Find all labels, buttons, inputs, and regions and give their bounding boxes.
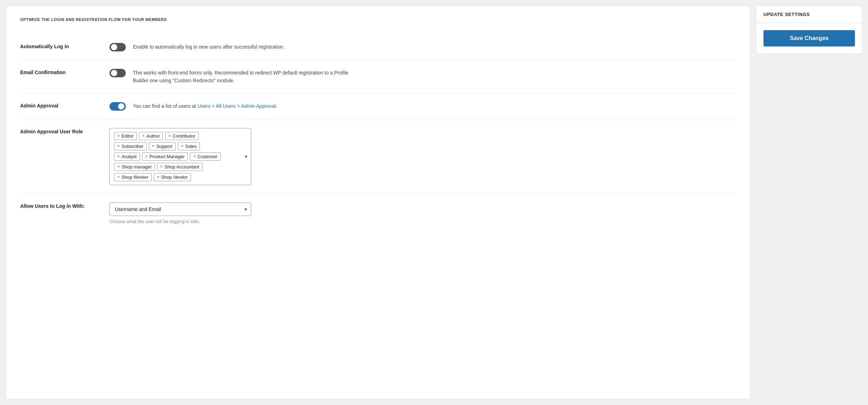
admin-approval-description: You can find a list of users at Users > … — [133, 102, 277, 110]
tag-editor: ×Editor — [114, 132, 137, 140]
email-confirmation-track — [109, 69, 126, 77]
email-confirmation-control: This works with front-end forms only. Re… — [109, 69, 736, 85]
tag-remove-analyst[interactable]: × — [117, 154, 120, 159]
tag-remove-subscriber[interactable]: × — [117, 144, 120, 148]
page-subtitle: OPTIMIZE THE LOGIN AND REGISTRATION FLOW… — [20, 17, 736, 22]
admin-approval-row: Admin Approval You can find a list of us… — [20, 94, 736, 120]
update-settings-title: UPDATE SETTINGS — [763, 12, 855, 17]
auto-login-row: Automatically Log In Enable to automatic… — [20, 34, 736, 60]
tags-box: ×Editor ×Author ×Contributor ×Subscriber… — [109, 128, 251, 185]
tag-remove-shop-accountant[interactable]: × — [160, 165, 163, 169]
tag-shop-vendor: ×Shop Vendor — [154, 173, 191, 181]
tag-remove-author[interactable]: × — [142, 134, 145, 138]
email-confirmation-row: Email Confirmation This works with front… — [20, 60, 736, 94]
tags-row-1: ×Editor ×Author ×Contributor — [114, 132, 247, 140]
admin-approval-user-role-control: ×Editor ×Author ×Contributor ×Subscriber… — [109, 128, 736, 185]
tag-subscriber: ×Subscriber — [114, 142, 147, 150]
tag-remove-shop-vendor[interactable]: × — [157, 175, 159, 179]
tag-support: ×Support — [149, 142, 176, 150]
sidebar-panel: UPDATE SETTINGS Save Changes — [756, 6, 862, 399]
tag-shop-worker: ×Shop Worker — [114, 173, 152, 181]
tag-remove-customer[interactable]: × — [193, 154, 196, 159]
tag-remove-product-manager[interactable]: × — [145, 154, 148, 159]
allow-login-with-select[interactable]: Username and Email Username only Email o… — [109, 202, 251, 216]
auto-login-control: Enable to automatically log in new users… — [109, 43, 736, 51]
email-confirmation-thumb — [111, 70, 117, 76]
admin-approval-control: You can find a list of users at Users > … — [109, 102, 736, 111]
allow-login-with-hint: Choose what the user will be logging in … — [109, 219, 251, 224]
update-settings-header: UPDATE SETTINGS — [756, 6, 862, 23]
admin-approval-user-role-label: Admin Approval User Role — [20, 128, 98, 134]
tag-customer: ×Customer — [190, 152, 220, 161]
admin-approval-thumb — [118, 103, 124, 110]
tag-contributor: ×Contributor — [165, 132, 198, 140]
save-changes-button[interactable]: Save Changes — [763, 30, 855, 46]
admin-approval-track — [109, 102, 126, 111]
allow-login-with-row: Allow Users to Log in With: Username and… — [20, 194, 736, 233]
admin-approval-desc-prefix: You can find a list of users at — [133, 103, 197, 109]
tags-row-3: ×Analyst ×Product Manager ×Customer ▾ — [114, 152, 247, 161]
allow-login-with-select-wrapper: Username and Email Username only Email o… — [109, 202, 251, 216]
tag-analyst: ×Analyst — [114, 152, 140, 161]
email-confirmation-toggle[interactable] — [109, 69, 126, 77]
tag-shop-manager: ×Shop manager — [114, 163, 155, 171]
tag-remove-shop-worker[interactable]: × — [117, 175, 120, 179]
tag-remove-editor[interactable]: × — [117, 134, 120, 138]
update-settings-body: Save Changes — [756, 23, 862, 54]
allow-login-with-control: Username and Email Username only Email o… — [109, 202, 736, 224]
main-panel: OPTIMIZE THE LOGIN AND REGISTRATION FLOW… — [6, 6, 750, 399]
tag-sales: ×Sales — [178, 142, 200, 150]
tags-row-2: ×Subscriber ×Support ×Sales — [114, 142, 247, 150]
admin-approval-label: Admin Approval — [20, 102, 98, 109]
admin-approval-user-role-row: Admin Approval User Role ×Editor ×Author… — [20, 120, 736, 194]
tag-author: ×Author — [139, 132, 163, 140]
allow-login-with-label: Allow Users to Log in With: — [20, 202, 98, 209]
auto-login-label: Automatically Log In — [20, 43, 98, 49]
tag-remove-support[interactable]: × — [152, 144, 154, 148]
tag-product-manager: ×Product Manager — [142, 152, 188, 161]
tags-chevron-icon: ▾ — [245, 154, 247, 159]
tags-row-4: ×Shop manager ×Shop Accountant — [114, 163, 247, 171]
auto-login-description: Enable to automatically log in new users… — [133, 43, 284, 51]
admin-approval-link[interactable]: Users > All Users > Admin Approval. — [197, 103, 277, 109]
update-settings-box: UPDATE SETTINGS Save Changes — [756, 6, 862, 54]
tag-shop-accountant: ×Shop Accountant — [157, 163, 202, 171]
email-confirmation-label: Email Confirmation — [20, 69, 98, 75]
auto-login-thumb — [111, 44, 117, 50]
auto-login-track — [109, 43, 126, 51]
tags-row-5: ×Shop Worker ×Shop Vendor — [114, 173, 247, 181]
tag-remove-sales[interactable]: × — [181, 144, 184, 148]
auto-login-toggle[interactable] — [109, 43, 126, 51]
email-confirmation-description: This works with front-end forms only. Re… — [133, 69, 360, 85]
tag-remove-contributor[interactable]: × — [168, 134, 171, 138]
tag-remove-shop-manager[interactable]: × — [117, 165, 120, 169]
admin-approval-toggle[interactable] — [109, 102, 126, 111]
